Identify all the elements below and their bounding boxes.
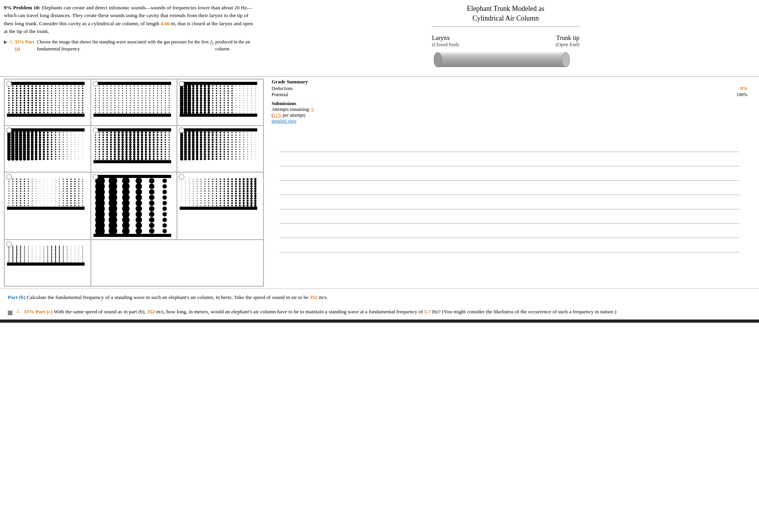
radio-5[interactable] xyxy=(93,128,98,133)
length-value: 4.66 xyxy=(161,21,170,26)
grid-cell-6 xyxy=(177,126,263,172)
answer-line-4 xyxy=(279,195,740,195)
wave-canvas-8 xyxy=(94,175,171,237)
attempts-label: Attempts remaining: xyxy=(272,107,310,112)
image-grid xyxy=(4,79,264,287)
part-c-icon xyxy=(8,309,14,316)
right-panel: Elephant Trunk Modeled asCylindrical Air… xyxy=(260,4,751,72)
answer-lines xyxy=(268,141,751,287)
per-attempt-value[interactable]: 11% xyxy=(273,112,282,118)
part-a-percent: 33% Part (a) xyxy=(15,38,35,52)
part-c-label: 33% Part (c) xyxy=(24,309,52,314)
part-b-text2: m/s. xyxy=(318,294,328,300)
problem-number: 10 xyxy=(33,5,39,10)
submissions-section: Submissions Attempts remaining: 9 (11% p… xyxy=(272,101,747,124)
part-b-text: Calculate the fundamental frequency of a… xyxy=(27,294,310,300)
grid-cell-8 xyxy=(91,172,177,240)
per-attempt-row: (11% per attempt) xyxy=(272,112,747,118)
wave-canvas-4 xyxy=(7,128,85,163)
part-c-section: ⚠ 33% Part (c) With the same speed of so… xyxy=(0,305,759,320)
right-sidebar: Grade Summary Deductions 0% Potential 10… xyxy=(268,79,751,287)
box-icon xyxy=(8,311,12,315)
grade-summary-title: Grade Summary xyxy=(272,79,747,85)
trunk-diagram: Larynx (Closed End) Trunk tip (Open End) xyxy=(432,35,579,72)
part-c-warning-icon: ⚠ xyxy=(16,308,20,315)
detailed-view-row: detailed view xyxy=(272,118,747,124)
answer-line-7 xyxy=(279,238,740,238)
part-c-speed: 352 xyxy=(147,309,155,314)
wave-canvas-7 xyxy=(7,175,85,210)
grid-cell-4 xyxy=(4,126,91,172)
grid-cell-2 xyxy=(91,79,177,126)
potential-label: Potential xyxy=(272,92,288,98)
grid-cell-7 xyxy=(4,172,91,240)
detailed-view-link[interactable]: detailed view xyxy=(272,118,296,124)
svg-point-1 xyxy=(434,52,442,67)
grade-summary: Grade Summary Deductions 0% Potential 10… xyxy=(268,79,751,141)
part-c-text3: Hz? (You might consider the likeliness o… xyxy=(431,309,616,314)
part-a-text: Choose the image that shows the standing… xyxy=(37,38,209,52)
submissions-title: Submissions xyxy=(272,101,747,107)
wave-canvas-5 xyxy=(94,128,171,163)
wave-canvas-3 xyxy=(180,82,257,117)
grid-cell-10 xyxy=(4,240,91,286)
part-b-label: Part (b) xyxy=(8,294,25,300)
grade-potential-row: Potential 100% xyxy=(272,92,747,98)
deductions-label: Deductions xyxy=(272,86,293,92)
trunk-svg xyxy=(432,49,579,71)
attempts-value[interactable]: 9 xyxy=(311,107,314,112)
top-section: 9% Problem 10: Elephants can create and … xyxy=(0,0,759,77)
part-b-speed: 352 xyxy=(310,294,317,300)
wave-canvas-6 xyxy=(180,128,257,163)
grid-cell-5 xyxy=(91,126,177,172)
deductions-value: 0% xyxy=(740,86,747,92)
part-c-text: With the same speed of sound as in part … xyxy=(54,309,147,314)
wave-canvas-2 xyxy=(94,82,171,117)
grade-deductions-row: Deductions 0% xyxy=(272,86,747,92)
trunk-labels: Larynx (Closed End) Trunk tip (Open End) xyxy=(432,35,579,48)
larynx-label: Larynx (Closed End) xyxy=(432,35,459,48)
part-c-text2: m/s, how long, in meters, would an eleph… xyxy=(155,309,424,314)
wave-canvas-1 xyxy=(7,82,85,117)
answer-line-5 xyxy=(279,209,740,209)
potential-value: 100% xyxy=(736,92,747,98)
problem-text: 9% Problem 10: Elephants can create and … xyxy=(4,4,260,72)
part-c-freq: 5.7 xyxy=(424,309,431,314)
radio-8[interactable] xyxy=(93,174,98,180)
grid-cell-3 xyxy=(177,79,263,126)
answer-line-1 xyxy=(279,152,740,152)
part-b-section: Part (b) Calculate the fundamental frequ… xyxy=(0,288,759,304)
part-a-text2: produced in the air column. xyxy=(215,38,256,52)
f1-label: f1 xyxy=(210,38,213,46)
answer-line-3 xyxy=(279,180,740,181)
expand-icon[interactable]: ▶ xyxy=(4,38,7,45)
middle-section: Grade Summary Deductions 0% Potential 10… xyxy=(0,77,759,288)
image-grid-container xyxy=(4,79,264,287)
grid-cell-9 xyxy=(177,172,263,240)
wave-canvas-10 xyxy=(7,242,85,266)
diagram-title: Elephant Trunk Modeled asCylindrical Air… xyxy=(467,4,544,23)
answer-line-6 xyxy=(279,223,740,224)
attempts-row: Attempts remaining: 9 xyxy=(272,107,747,112)
grid-cell-11 xyxy=(91,240,263,286)
radio-2[interactable] xyxy=(93,81,98,86)
problem-number-label: Problem 10: xyxy=(13,5,42,10)
answer-line-2 xyxy=(279,166,740,166)
length-unit: m, xyxy=(170,21,176,26)
grid-cell-1 xyxy=(4,79,91,126)
part-a-label: ▶ ⚠ 33% Part (a) Choose the image that s… xyxy=(4,38,256,52)
trunk-tip-label: Trunk tip (Open End) xyxy=(556,35,579,48)
warning-icon: ⚠ xyxy=(9,38,13,45)
bottom-bar xyxy=(0,320,759,323)
problem-weight: 9% xyxy=(4,5,12,10)
main-container: 9% Problem 10: Elephants can create and … xyxy=(0,0,759,323)
svg-point-2 xyxy=(562,52,570,67)
answer-line-8 xyxy=(279,252,740,252)
per-attempt-suffix: per attempt) xyxy=(282,112,305,118)
svg-rect-0 xyxy=(438,52,566,67)
wave-canvas-9 xyxy=(180,175,257,210)
